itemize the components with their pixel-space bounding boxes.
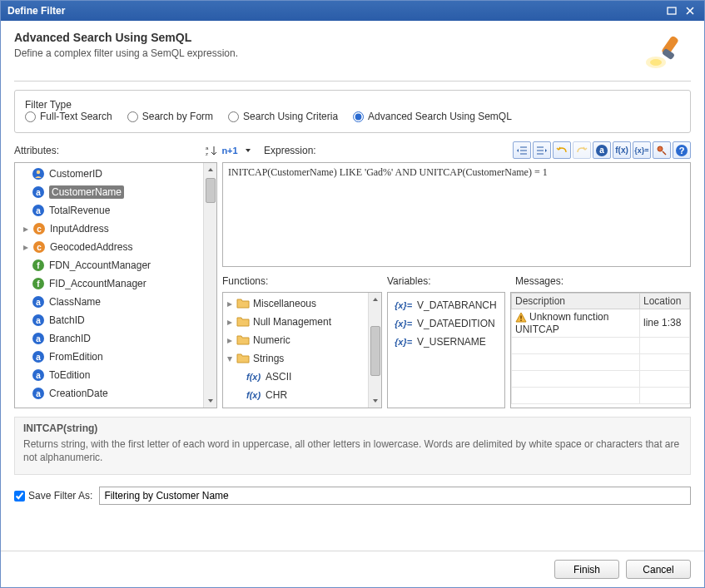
message-row[interactable]: Unknown function UNITCAPline 1:38 <box>512 309 690 337</box>
depth-tool[interactable]: n+1 <box>222 143 237 158</box>
scroll-up-icon[interactable] <box>369 293 382 306</box>
attr-icon: f <box>32 277 45 290</box>
cancel-button[interactable]: Cancel <box>626 560 691 579</box>
svg-rect-36 <box>520 315 522 319</box>
folder-icon <box>236 334 250 347</box>
close-icon[interactable] <box>683 4 698 17</box>
radio-advanced-search-semql[interactable]: Advanced Search Using SemQL <box>353 111 512 122</box>
col-description[interactable]: Description <box>512 293 640 309</box>
attr-icon: a <box>32 204 45 217</box>
finish-button[interactable]: Finish <box>554 560 619 579</box>
attribute-item-fdn_accountmanager[interactable]: fFDN_AccountManager <box>17 256 201 274</box>
scroll-down-icon[interactable] <box>204 394 217 408</box>
messages-panel: Description Location Unknown function UN… <box>510 292 691 408</box>
attr-icon: a <box>32 350 45 363</box>
maximize-icon[interactable] <box>664 4 679 17</box>
radio-search-by-form[interactable]: Search by Form <box>127 111 213 122</box>
disclosure-icon[interactable]: ▸ <box>226 334 233 346</box>
messages-table: Description Location Unknown function UN… <box>511 293 690 404</box>
scroll-up-icon[interactable] <box>204 163 217 176</box>
attribute-item-classname[interactable]: aClassName <box>17 293 201 311</box>
chevron-down-icon[interactable] <box>241 143 256 158</box>
folder-numeric[interactable]: ▸Numeric <box>226 331 366 349</box>
folder-miscellaneous[interactable]: ▸Miscellaneous <box>226 294 366 313</box>
folder-icon <box>236 352 250 365</box>
insert-variable-button[interactable]: {x}= <box>633 141 651 159</box>
message-row-empty <box>512 387 690 403</box>
folder-strings[interactable]: ▾Strings <box>226 349 366 368</box>
attribute-item-inputaddress[interactable]: ▸cInputAddress <box>17 220 201 238</box>
variable-v_dataedition[interactable]: {x}=V_DATAEDITION <box>391 314 501 333</box>
attribute-item-creationdate[interactable]: aCreationDate <box>17 384 201 403</box>
disclosure-icon[interactable]: ▸ <box>226 316 233 328</box>
save-filter-checkbox[interactable]: Save Filter As: <box>14 490 92 502</box>
svg-point-4 <box>650 59 662 66</box>
svg-text:a: a <box>36 298 41 307</box>
undo-button[interactable] <box>553 141 571 159</box>
indent-button[interactable] <box>533 141 551 159</box>
help-body: Returns string, with the first letter of… <box>23 437 682 464</box>
save-filter-name-input[interactable] <box>99 487 691 505</box>
scroll-thumb[interactable] <box>206 178 216 203</box>
radio-full-text-search[interactable]: Full-Text Search <box>25 111 112 122</box>
variable-v_databranch[interactable]: {x}=V_DATABRANCH <box>391 296 501 314</box>
help-button[interactable]: ? <box>673 141 691 159</box>
scroll-thumb[interactable] <box>370 326 380 376</box>
save-filter-check[interactable] <box>14 491 25 502</box>
right-column: INITCAP(CustomerName) LIKE 'Gad%' AND UN… <box>222 162 691 408</box>
attribute-item-toedition[interactable]: aToEdition <box>17 366 201 384</box>
disclosure-icon[interactable]: ▸ <box>23 241 28 253</box>
save-filter-row: Save Filter As: <box>14 487 691 505</box>
attribute-item-customerid[interactable]: CustomerID <box>17 165 201 183</box>
find-button[interactable] <box>653 141 671 159</box>
svg-text:a: a <box>206 146 209 151</box>
function-chr[interactable]: f(x)CHR <box>226 386 366 404</box>
attribute-item-fromedition[interactable]: aFromEdition <box>17 348 201 366</box>
svg-text:a: a <box>36 353 41 362</box>
help-box: INITCAP(string) Returns string, with the… <box>14 417 691 475</box>
svg-text:a: a <box>36 206 41 215</box>
attr-icon: a <box>32 314 45 327</box>
var-icon: {x}= <box>395 337 412 347</box>
attr-icon: a <box>32 185 45 199</box>
expression-toolbar: a f(x) {x}= ? <box>513 141 691 159</box>
attribute-item-fid_accountmanager[interactable]: fFID_AccountManager <box>17 274 201 293</box>
attributes-label: Attributes: <box>14 145 204 156</box>
insert-function-button[interactable]: f(x) <box>613 141 631 159</box>
message-row-empty <box>512 353 690 370</box>
functions-scrollbar[interactable] <box>368 293 381 408</box>
attribute-item-customername[interactable]: aCustomerName <box>17 183 201 201</box>
insert-attribute-button[interactable]: a <box>593 141 611 159</box>
attribute-item-batchid[interactable]: aBatchID <box>17 311 201 329</box>
disclosure-icon[interactable]: ▾ <box>226 353 233 364</box>
filter-type-legend: Filter Type <box>25 99 72 111</box>
radio-search-using-criteria[interactable]: Search Using Criteria <box>228 111 338 122</box>
svg-point-9 <box>658 146 663 151</box>
outdent-button[interactable] <box>513 141 531 159</box>
disclosure-icon[interactable]: ▸ <box>226 298 233 309</box>
functions-panel: ▸Miscellaneous▸Null Management▸Numeric▾S… <box>222 292 382 408</box>
folder-null-management[interactable]: ▸Null Management <box>226 313 366 331</box>
expression-editor[interactable]: INITCAP(CustomerName) LIKE 'Gad%' AND UN… <box>222 162 691 267</box>
sort-alpha-icon[interactable]: az <box>204 143 219 158</box>
attributes-scrollbar[interactable] <box>203 163 216 408</box>
attribute-item-branchid[interactable]: aBranchID <box>17 329 201 348</box>
flashlight-icon <box>644 31 691 71</box>
disclosure-icon[interactable]: ▸ <box>23 223 28 235</box>
var-icon: {x}= <box>395 319 412 329</box>
function-ascii[interactable]: f(x)ASCII <box>226 368 366 386</box>
var-icon: {x}= <box>395 300 412 310</box>
variable-v_username[interactable]: {x}=V_USERNAME <box>391 333 501 351</box>
divider <box>14 81 691 82</box>
attribute-item-totalrevenue[interactable]: aTotalRevenue <box>17 201 201 220</box>
attr-icon: a <box>32 387 45 400</box>
expression-label: Expression: <box>264 145 316 156</box>
mid-toolbar-row: Attributes: az n+1 Expression: a f(x) {x… <box>14 141 691 159</box>
help-title: INITCAP(string) <box>23 422 682 434</box>
redo-button[interactable] <box>573 141 591 159</box>
attr-icon: a <box>32 368 45 382</box>
variables-panel: {x}=V_DATABRANCH{x}=V_DATAEDITION{x}=V_U… <box>387 292 505 408</box>
scroll-down-icon[interactable] <box>369 394 382 408</box>
attribute-item-geocodedaddress[interactable]: ▸cGeocodedAddress <box>17 238 201 256</box>
col-location[interactable]: Location <box>640 293 690 309</box>
